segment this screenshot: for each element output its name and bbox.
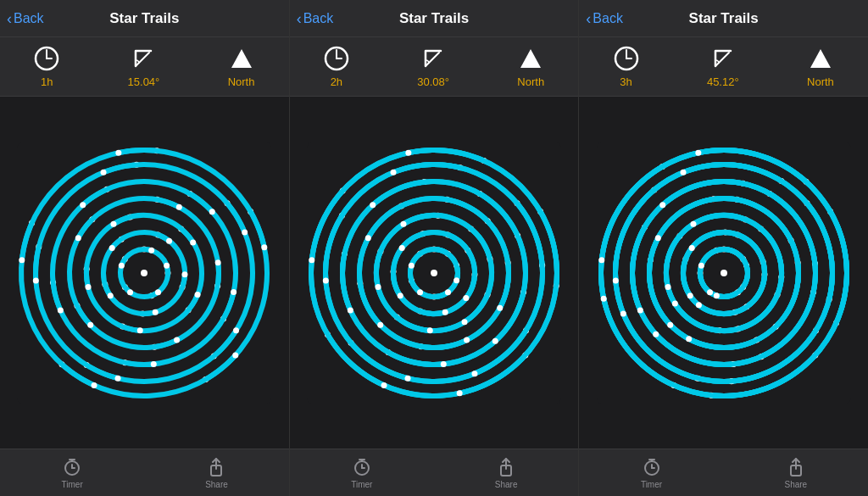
svg-point-17: [155, 289, 161, 295]
clock-icon: [324, 45, 349, 72]
share-label: Share: [495, 480, 518, 489]
share-tab[interactable]: Share: [771, 457, 821, 489]
svg-point-233: [654, 235, 660, 241]
controls-bar: 2h 30.08° North: [290, 37, 579, 97]
angle-icon: [420, 45, 446, 72]
share-tab[interactable]: Share: [481, 457, 531, 489]
triangle-icon: [229, 45, 254, 72]
page-title: Star Trails: [689, 10, 759, 27]
svg-point-19: [127, 289, 133, 295]
svg-point-173: [457, 390, 463, 396]
trails-area: [579, 97, 868, 449]
back-button[interactable]: ‹ Back: [297, 11, 334, 26]
time-control[interactable]: 1h: [34, 45, 59, 88]
back-chevron-icon: ‹: [297, 11, 302, 26]
svg-point-174: [431, 270, 437, 276]
svg-point-201: [707, 289, 713, 295]
svg-point-251: [612, 277, 618, 283]
svg-point-132: [400, 220, 406, 226]
direction-control[interactable]: North: [807, 45, 834, 88]
svg-point-122: [399, 244, 405, 250]
timer-tab[interactable]: Timer: [337, 457, 387, 489]
back-button[interactable]: ‹ Back: [7, 11, 44, 26]
svg-point-83: [141, 270, 147, 276]
svg-point-150: [348, 307, 353, 313]
svg-point-59: [58, 307, 64, 313]
svg-point-52: [176, 203, 182, 209]
svg-point-62: [209, 209, 215, 215]
svg-point-223: [690, 220, 696, 226]
phone-panel-panel-2: ‹ Back Star Trails 2h 30.08° Nort: [290, 0, 580, 496]
triangle-icon: [518, 45, 543, 72]
svg-marker-4: [231, 49, 252, 68]
direction-control[interactable]: North: [517, 45, 544, 88]
svg-point-22: [148, 247, 154, 253]
svg-point-72: [242, 229, 248, 235]
back-chevron-icon: ‹: [586, 11, 591, 26]
timer-icon: [642, 457, 662, 477]
svg-line-185: [715, 53, 729, 66]
timer-label: Timer: [641, 480, 662, 489]
svg-point-120: [398, 293, 403, 298]
header: ‹ Back Star Trails: [579, 0, 868, 37]
svg-point-130: [376, 283, 381, 289]
svg-point-265: [721, 270, 727, 276]
svg-point-168: [381, 382, 387, 387]
back-label: Back: [14, 11, 44, 26]
angle-control[interactable]: 45.12°: [707, 45, 739, 88]
angle-value: 45.12°: [707, 75, 739, 88]
svg-marker-95: [520, 49, 541, 68]
share-tab[interactable]: Share: [191, 457, 242, 489]
svg-point-71: [101, 169, 107, 175]
direction-value: North: [228, 75, 255, 88]
angle-control[interactable]: 15.04°: [128, 45, 160, 88]
timer-icon: [62, 457, 82, 477]
svg-point-263: [695, 149, 701, 155]
back-button[interactable]: ‹ Back: [586, 11, 623, 26]
svg-point-224: [672, 300, 678, 306]
clock-icon: [34, 45, 59, 72]
triangle-icon: [808, 45, 833, 72]
svg-point-172: [405, 149, 411, 155]
svg-point-81: [116, 149, 122, 155]
share-icon: [786, 457, 806, 477]
svg-point-110: [417, 289, 423, 295]
angle-control[interactable]: 30.08°: [417, 45, 449, 88]
svg-point-253: [680, 169, 686, 175]
svg-point-25: [182, 271, 188, 277]
svg-point-55: [231, 288, 236, 294]
time-control[interactable]: 3h: [614, 45, 639, 88]
timer-label: Timer: [351, 480, 372, 489]
svg-point-112: [409, 262, 415, 268]
angle-value: 30.08°: [417, 75, 449, 88]
svg-point-234: [686, 336, 692, 342]
svg-point-21: [119, 262, 125, 268]
direction-value: North: [517, 75, 544, 88]
svg-point-27: [153, 309, 159, 315]
phone-panel-panel-1: ‹ Back Star Trails 1h 15.04° Nort: [0, 0, 290, 496]
svg-point-128: [427, 327, 433, 333]
timer-tab[interactable]: Timer: [47, 457, 97, 489]
svg-point-32: [166, 237, 172, 243]
svg-point-170: [309, 257, 314, 263]
svg-point-244: [653, 331, 659, 337]
trails-area: [0, 97, 289, 449]
svg-point-241: [637, 307, 643, 313]
page-title: Star Trails: [399, 10, 469, 27]
svg-point-143: [497, 304, 503, 310]
svg-point-113: [453, 277, 459, 283]
svg-point-61: [81, 202, 86, 208]
header: ‹ Back Star Trails: [0, 0, 289, 37]
time-value: 3h: [620, 75, 632, 88]
back-label: Back: [303, 11, 334, 26]
svg-point-261: [598, 257, 604, 263]
direction-control[interactable]: North: [228, 45, 255, 88]
share-icon: [496, 457, 516, 477]
back-chevron-icon: ‹: [7, 11, 12, 26]
svg-point-39: [86, 283, 92, 289]
time-control[interactable]: 2h: [324, 45, 349, 88]
svg-point-67: [115, 375, 121, 381]
phone-panel-panel-3: ‹ Back Star Trails 3h 45.12° Nort: [579, 0, 868, 496]
timer-tab[interactable]: Timer: [626, 457, 677, 489]
svg-point-243: [659, 202, 665, 208]
